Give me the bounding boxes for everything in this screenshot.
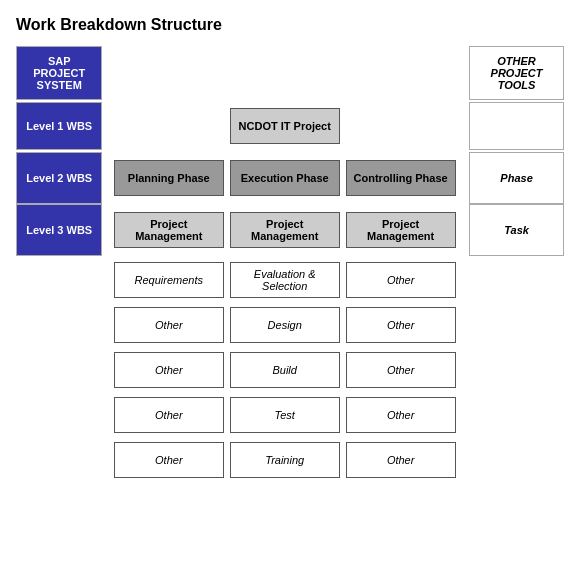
- gap2: [459, 46, 470, 100]
- pm-planning-label: Project Management: [119, 218, 219, 242]
- task-other-empty: [469, 394, 564, 436]
- task-gap1: [102, 439, 110, 481]
- ncdot-box: NCDOT IT Project: [230, 108, 340, 144]
- level1-other-cell: Phase: [469, 100, 564, 152]
- task-other-empty: [469, 259, 564, 301]
- level1-controlling-empty: [343, 100, 459, 152]
- level1-planning-empty: [111, 100, 227, 152]
- task-gap2: [459, 349, 470, 391]
- planning-box: Planning Phase: [114, 160, 224, 196]
- gap4: [459, 100, 470, 152]
- pm-execution-box: Project Management: [230, 212, 340, 248]
- level3-execution-cell: Project Management: [227, 204, 343, 256]
- level1-cell: Level 1 WBS: [16, 100, 102, 152]
- other-tools-label: OTHER PROJECT TOOLS: [476, 55, 557, 91]
- level2-cell: Level 2 WBS: [16, 152, 102, 204]
- controlling-header-empty: [343, 46, 459, 100]
- list-item: Other: [111, 304, 227, 346]
- level1-label: Level 1 WBS: [26, 120, 92, 132]
- gap6: [459, 152, 470, 204]
- sap-label: SAP PROJECT SYSTEM: [23, 55, 95, 91]
- task-left-empty: [16, 259, 102, 301]
- execution-box: Execution Phase: [230, 160, 340, 196]
- planning-label: Planning Phase: [128, 172, 210, 184]
- gap5: [102, 152, 110, 204]
- level3-cell: Level 3 WBS: [16, 204, 102, 256]
- planning-header-empty: [111, 46, 227, 100]
- controlling-phase-cell: Controlling Phase: [343, 152, 459, 204]
- ncdot-label: NCDOT IT Project: [239, 120, 331, 132]
- list-item: Other: [343, 259, 459, 301]
- list-item: Design: [227, 304, 343, 346]
- execution-phase-cell: Execution Phase: [227, 152, 343, 204]
- pm-execution-label: Project Management: [235, 218, 335, 242]
- task-gap2: [459, 394, 470, 436]
- list-item: Evaluation & Selection: [227, 259, 343, 301]
- list-item: Other: [343, 439, 459, 481]
- list-item: Build: [227, 349, 343, 391]
- sap-header: SAP PROJECT SYSTEM: [16, 46, 102, 100]
- task-label: Task: [504, 224, 529, 236]
- controlling-label: Controlling Phase: [354, 172, 448, 184]
- level1-content-cell: NCDOT IT Project: [227, 100, 343, 152]
- list-item: Training: [227, 439, 343, 481]
- list-item: Other: [343, 304, 459, 346]
- task-gap1: [102, 259, 110, 301]
- phase-other-label: Phase: [500, 172, 532, 184]
- page-title: Work Breakdown Structure: [16, 16, 564, 34]
- task-other-empty: [469, 439, 564, 481]
- list-item: Other: [111, 349, 227, 391]
- list-item: Other: [343, 394, 459, 436]
- task-left-empty: [16, 304, 102, 346]
- gap1: [102, 46, 110, 100]
- list-item: Other: [111, 439, 227, 481]
- task-gap1: [102, 349, 110, 391]
- pm-controlling-box: Project Management: [346, 212, 456, 248]
- controlling-box: Controlling Phase: [346, 160, 456, 196]
- gap8: [459, 204, 470, 256]
- task-gap1: [102, 304, 110, 346]
- list-item: Other: [111, 394, 227, 436]
- pm-planning-box: Project Management: [114, 212, 224, 248]
- level3-label: Level 3 WBS: [26, 224, 92, 236]
- task-gap1: [102, 394, 110, 436]
- execution-header-empty: [227, 46, 343, 100]
- list-item: Other: [343, 349, 459, 391]
- task-gap2: [459, 439, 470, 481]
- level2-label: Level 2 WBS: [26, 172, 92, 184]
- other-tools-header: OTHER PROJECT TOOLS: [469, 46, 564, 100]
- planning-phase-cell: Planning Phase: [111, 152, 227, 204]
- task-left-empty: [16, 394, 102, 436]
- task-other-empty: [469, 349, 564, 391]
- level3-planning-cell: Project Management: [111, 204, 227, 256]
- gap3: [102, 100, 110, 152]
- task-other-empty: [469, 304, 564, 346]
- task-left-empty: [16, 349, 102, 391]
- task-left-empty: [16, 439, 102, 481]
- level3-other-cell: Task: [469, 204, 564, 256]
- list-item: Test: [227, 394, 343, 436]
- level2-other-cell: Phase: [469, 152, 564, 204]
- level3-controlling-cell: Project Management: [343, 204, 459, 256]
- task-gap2: [459, 259, 470, 301]
- gap7: [102, 204, 110, 256]
- list-item: Requirements: [111, 259, 227, 301]
- pm-controlling-label: Project Management: [351, 218, 451, 242]
- execution-label: Execution Phase: [241, 172, 329, 184]
- task-gap2: [459, 304, 470, 346]
